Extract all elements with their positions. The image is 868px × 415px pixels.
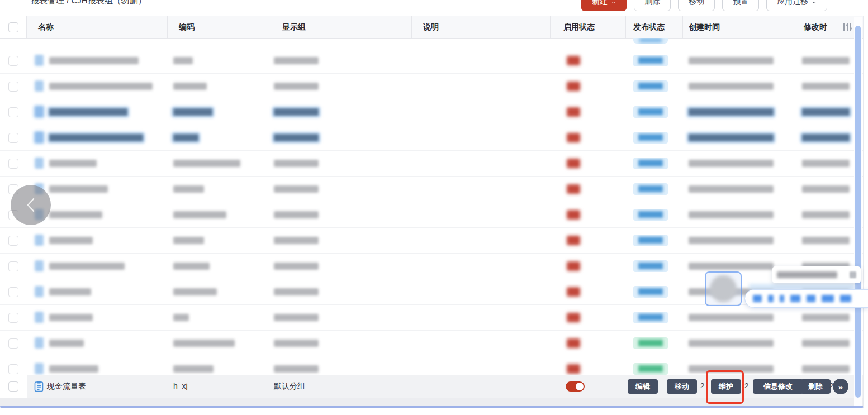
enable-toggle[interactable] — [567, 133, 580, 142]
blurred-created-time — [689, 263, 774, 270]
row-checkbox[interactable] — [8, 159, 18, 169]
header-checkbox-cell — [0, 16, 27, 38]
blurred-group — [274, 340, 319, 347]
column-header-publish[interactable]: 发布状态 — [626, 16, 683, 38]
column-header-modified[interactable]: 修改时 — [796, 16, 864, 38]
blurred-code — [173, 288, 217, 295]
table-row-blurred[interactable] — [0, 177, 864, 202]
tooltip-close-icon[interactable] — [850, 271, 856, 278]
preset-button[interactable]: 预置 — [722, 0, 759, 11]
table-row-blurred[interactable] — [0, 99, 864, 125]
row-checkbox-cell — [0, 74, 27, 99]
report-document-icon — [35, 286, 44, 297]
row-checkbox[interactable] — [8, 56, 18, 66]
blurred-name — [49, 134, 143, 141]
column-header-created[interactable]: 创建时间 — [683, 16, 796, 38]
breadcrumb[interactable]: 报表管理 / CJH报表组（勿删） — [31, 0, 146, 6]
enable-toggle[interactable] — [567, 287, 580, 297]
tooltip-blurred-text — [777, 271, 837, 278]
floating-avatar-widget[interactable] — [705, 271, 742, 306]
blurred-group — [274, 211, 319, 218]
blurred-modified-time — [802, 134, 850, 141]
publish-status-badge — [633, 209, 668, 221]
row-checkbox[interactable] — [8, 313, 18, 323]
enable-toggle[interactable] — [567, 236, 580, 245]
row-move-button[interactable]: 移动 — [667, 379, 697, 394]
enable-toggle[interactable] — [567, 364, 580, 374]
edit-button[interactable]: 编辑 — [628, 379, 658, 394]
table-row-blurred[interactable] — [0, 125, 864, 151]
report-document-icon — [35, 80, 44, 92]
row-checkbox-cell — [0, 125, 27, 150]
row-delete-button[interactable]: 删除 — [800, 379, 831, 394]
chevron-down-icon: ⌄ — [611, 0, 616, 4]
blurred-name — [49, 185, 108, 193]
column-header-desc[interactable]: 说明 — [412, 16, 551, 38]
delete-button[interactable]: 删除 — [634, 0, 671, 11]
row-checkbox-cell — [0, 151, 27, 176]
move-button[interactable]: 移动 — [678, 0, 715, 11]
enable-toggle[interactable] — [567, 56, 580, 65]
cell-name[interactable]: 现金流量表 — [47, 381, 86, 392]
column-header-name[interactable]: 名称 — [27, 16, 168, 38]
enable-toggle[interactable] — [566, 381, 585, 392]
publish-status-badge — [633, 235, 668, 246]
row-checkbox[interactable] — [8, 364, 18, 374]
blurred-created-time — [689, 185, 774, 193]
blurred-name — [49, 340, 84, 347]
blurred-name — [49, 314, 93, 321]
report-document-icon — [35, 106, 44, 117]
enable-toggle[interactable] — [567, 82, 580, 91]
row-checkbox[interactable] — [8, 133, 18, 143]
table-row-blurred[interactable] — [0, 151, 864, 177]
info-edit-button[interactable]: 信息修改 — [753, 379, 803, 394]
row-checkbox[interactable] — [8, 261, 18, 271]
annotation-box — [706, 370, 744, 404]
blurred-modified-time — [802, 185, 850, 193]
cell-group: 默认分组 — [274, 381, 305, 392]
enable-toggle[interactable] — [567, 107, 580, 117]
table-row-blurred[interactable] — [0, 48, 864, 74]
column-header-group[interactable]: 显示组 — [271, 16, 412, 38]
row-checkbox[interactable] — [8, 381, 18, 392]
row-checkbox[interactable] — [8, 82, 18, 92]
enable-toggle[interactable] — [567, 210, 580, 220]
blurred-group — [274, 237, 319, 244]
new-button[interactable]: 新建 ⌄ — [581, 0, 627, 11]
column-header-code[interactable]: 编码 — [168, 16, 271, 38]
table-row-blurred[interactable] — [0, 331, 864, 356]
floating-tooltip — [772, 266, 861, 283]
row-checkbox[interactable] — [8, 236, 18, 246]
collapse-panel-button[interactable] — [11, 185, 51, 225]
blurred-code — [173, 237, 204, 244]
table-row-blurred[interactable] — [0, 202, 864, 228]
table-row-blurred[interactable] — [0, 74, 864, 99]
blurred-name — [49, 211, 102, 218]
row-checkbox[interactable] — [8, 287, 18, 297]
enable-toggle[interactable] — [567, 338, 580, 348]
floating-action-pill[interactable] — [744, 289, 868, 308]
enable-toggle[interactable] — [567, 159, 580, 168]
enable-toggle[interactable] — [567, 184, 580, 194]
report-document-icon — [34, 380, 44, 394]
enable-toggle[interactable] — [567, 261, 580, 271]
row-checkbox-cell — [0, 99, 27, 125]
row-checkbox[interactable] — [8, 338, 18, 349]
table-row-blurred[interactable] — [0, 228, 864, 254]
table-row-blurred[interactable] — [0, 305, 864, 331]
report-table: 名称 编码 显示组 说明 启用状态 发布状态 创建时间 修改时 — [0, 16, 864, 408]
row-checkbox[interactable] — [8, 107, 18, 117]
column-header-enabled[interactable]: 启用状态 — [551, 16, 626, 38]
blurred-modified-time — [802, 365, 850, 373]
horizontal-scrollbar[interactable] — [0, 406, 864, 408]
blurred-code — [173, 365, 214, 373]
new-button-label: 新建 — [592, 0, 608, 7]
blurred-group — [274, 134, 319, 141]
select-all-checkbox[interactable] — [8, 22, 18, 32]
blurred-modified-time — [802, 211, 850, 218]
enable-toggle[interactable] — [567, 313, 580, 322]
more-actions-button[interactable]: » — [833, 379, 848, 394]
vertical-scrollbar[interactable] — [855, 26, 861, 398]
column-settings-icon[interactable] — [842, 22, 852, 34]
app-migrate-button[interactable]: 应用迁移 ⌄ — [766, 0, 827, 11]
